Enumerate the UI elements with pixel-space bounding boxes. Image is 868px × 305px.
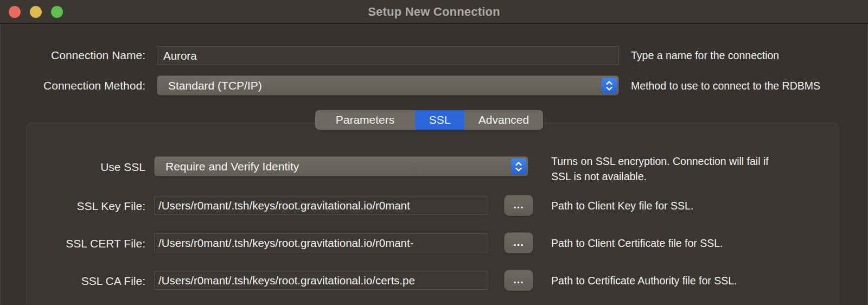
ssl-ca-file-browse-button[interactable]: ... xyxy=(504,270,533,291)
ssl-ca-file-input[interactable] xyxy=(154,271,487,290)
chevron-up-down-icon xyxy=(602,78,617,93)
ssl-cert-file-help: Path to Client Certificate file for SSL. xyxy=(551,236,723,251)
tab-bar: Parameters SSL Advanced xyxy=(315,110,543,130)
tab-advanced[interactable]: Advanced xyxy=(464,110,543,130)
ssl-cert-file-label: SSL CERT File: xyxy=(66,237,145,250)
ssl-ca-file-label: SSL CA File: xyxy=(81,275,145,288)
ssl-key-file-browse-button[interactable]: ... xyxy=(504,195,533,216)
title-bar: Setup New Connection xyxy=(0,0,868,24)
ssl-key-file-input[interactable] xyxy=(154,196,487,215)
chevron-up-down-icon xyxy=(511,158,526,174)
connection-method-label: Connection Method: xyxy=(43,79,145,92)
tab-ssl[interactable]: SSL xyxy=(415,110,464,130)
connection-name-label: Connection Name: xyxy=(51,49,145,62)
window-title: Setup New Connection xyxy=(0,0,868,24)
connection-method-dropdown[interactable]: Standard (TCP/IP) xyxy=(157,75,619,96)
tab-parameters[interactable]: Parameters xyxy=(315,110,415,130)
setup-new-connection-window: Setup New Connection Connection Name: Ty… xyxy=(0,0,868,305)
ssl-ca-file-help: Path to Certificate Authority file for S… xyxy=(551,273,737,288)
ssl-cert-file-browse-button[interactable]: ... xyxy=(504,232,533,253)
use-ssl-help: Turns on SSL encryption. Connection will… xyxy=(551,154,806,184)
use-ssl-dropdown[interactable]: Require and Verify Identity xyxy=(154,156,528,176)
connection-name-help: Type a name for the connection xyxy=(631,48,779,63)
use-ssl-value: Require and Verify Identity xyxy=(165,157,506,176)
connection-method-help: Method to use to connect to the RDBMS xyxy=(631,78,820,93)
connection-method-value: Standard (TCP/IP) xyxy=(168,76,597,95)
ssl-key-file-help: Path to Client Key file for SSL. xyxy=(551,198,693,213)
ssl-cert-file-input[interactable] xyxy=(154,233,487,252)
connection-name-input[interactable] xyxy=(157,46,619,65)
ssl-key-file-label: SSL Key File: xyxy=(77,200,145,213)
use-ssl-label: Use SSL xyxy=(100,161,145,174)
